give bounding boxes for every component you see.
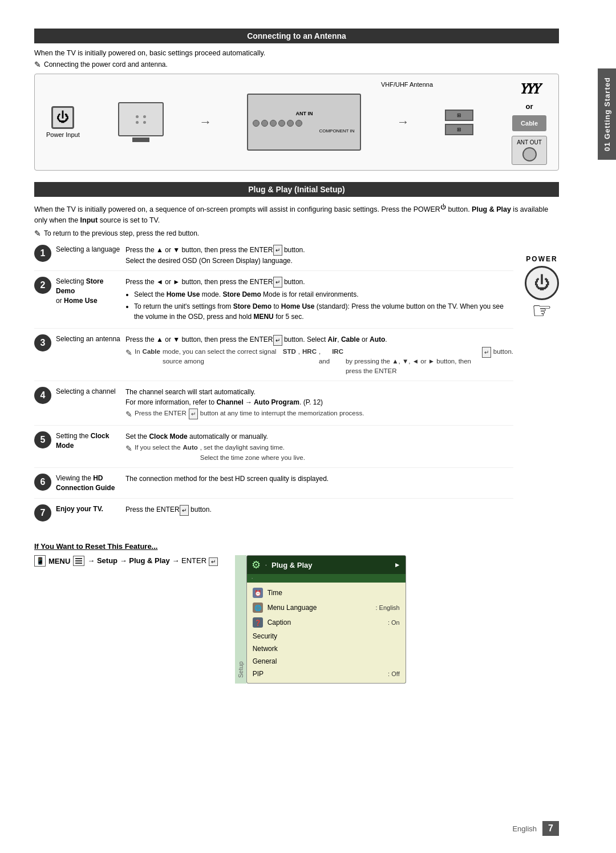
step-label-1: Selecting a language: [51, 244, 125, 256]
cable-connector-2: ⊞: [445, 124, 473, 135]
reset-lower: 📱 MENU → Setup → Plug & Play → ENTER ↵ S…: [34, 555, 559, 684]
cable-label: Cable: [512, 115, 546, 131]
connector-dot: [287, 120, 294, 127]
cable-connectors: ⊞ ⊞: [445, 110, 473, 135]
time-icon: ⏰: [253, 588, 263, 598]
arrow-right-icon: →: [199, 115, 212, 130]
note-icon: ✎: [34, 60, 41, 69]
menu-screenshot: ⚙ · Plug & Play ► · ⏰ Time: [246, 555, 406, 684]
step-desc-4: The channel search will start automatica…: [125, 386, 513, 421]
menu-item-general: General: [247, 655, 406, 668]
step-num-2: 2: [34, 277, 51, 294]
side-tab-label: Getting Started: [603, 77, 611, 139]
menu-item-caption-label: Caption: [268, 618, 383, 626]
reset-section: If You Want to Reset This Feature... 📱 M…: [34, 542, 559, 684]
step-label-2: Selecting Store Demoor Home Use: [51, 276, 125, 306]
reset-title: If You Want to Reset This Feature...: [34, 542, 559, 551]
plug-intro-text: When the TV is initially powered on, a s…: [34, 203, 559, 226]
menu-items-list: ⏰ Time 🌐 Menu Language : English ❓ Capti…: [247, 583, 406, 683]
step-desc-6: The connection method for the best HD sc…: [125, 472, 513, 484]
page-number: 7: [542, 821, 559, 836]
note-icon4: ✎: [125, 409, 132, 421]
menu-item-general-label: General: [253, 657, 400, 665]
antenna-section-header: Connecting to an Antenna: [34, 29, 559, 43]
power-button-icon: ⏻: [525, 266, 559, 300]
menu-item-security: Security: [247, 630, 406, 642]
step-label-3: Selecting an antenna: [51, 333, 125, 345]
menu-item-caption-value: : On: [388, 619, 400, 626]
caption-icon: ❓: [253, 617, 263, 628]
menu-item-language-value: : English: [376, 604, 400, 611]
menu-screenshot-area: Setup ⚙ · Plug & Play ► · ⏰ Time: [235, 555, 406, 684]
step-num-6: 6: [34, 474, 51, 491]
or-text: or: [526, 102, 533, 111]
step-num-7: 7: [34, 504, 51, 521]
plug-note-line: ✎ To return to the previous step, press …: [34, 229, 559, 238]
plug-note-text: To return to the previous step, press th…: [44, 229, 199, 237]
arrow-right-icon2: →: [397, 115, 410, 130]
step-row-3: 3 Selecting an antenna Press the ▲ or ▼ …: [34, 333, 513, 381]
antenna-section: Connecting to an Antenna When the TV is …: [34, 29, 559, 171]
side-tab: 01 Getting Started: [598, 68, 616, 160]
connector-dot: [253, 120, 260, 127]
power-illustration: POWER ⏻ ☞: [525, 244, 559, 531]
step-row-4: 4 Selecting a channel The channel search…: [34, 386, 513, 426]
step-num-3: 3: [34, 334, 51, 351]
ant-out-label: ANT OUT: [517, 139, 542, 145]
step-row-1: 1 Selecting a language Press the ▲ or ▼ …: [34, 244, 513, 271]
plug-play-menu-label: Plug & Play: [271, 561, 313, 569]
power-input-label: Power Input: [46, 131, 80, 138]
step-label-4: Selecting a channel: [51, 386, 125, 398]
remote-icon: 📱: [34, 555, 46, 567]
reset-cmd-text: → Setup → Plug & Play → ENTER ↵: [87, 556, 217, 565]
antenna-intro-text: When the TV is initially powered on, bas…: [34, 49, 559, 57]
note-icon3: ✎: [125, 347, 132, 359]
tv-stand: [132, 138, 149, 142]
reset-command: 📱 MENU → Setup → Plug & Play → ENTER ↵: [34, 555, 218, 567]
vhf-uhf-label: VHF/UHF Antenna: [381, 81, 433, 88]
menu-item-menu-language: 🌐 Menu Language : English: [247, 600, 406, 615]
language-icon: 🌐: [253, 603, 263, 613]
reset-command-area: 📱 MENU → Setup → Plug & Play → ENTER ↵: [34, 555, 218, 575]
step-label-6: Viewing the HDConnection Guide: [51, 472, 125, 494]
ant-in-label: ANT IN: [251, 111, 357, 116]
ant-out-box: ANT OUT: [512, 136, 547, 165]
step-row-2: 2 Selecting Store Demoor Home Use Press …: [34, 276, 513, 329]
side-tab-number: 01: [603, 142, 611, 151]
menu-item-pip: PIP : Off: [247, 668, 406, 680]
step-desc-7: Press the ENTER↵ button.: [125, 503, 513, 515]
note-icon5: ✎: [125, 443, 132, 455]
menu-arrow-right: ►: [394, 561, 401, 569]
finger-icon: ☞: [532, 297, 552, 324]
gear-icon: ⚙: [252, 559, 261, 571]
menu-dot-divider: ·: [247, 574, 406, 583]
power-plug-icon: ⏻: [51, 106, 74, 129]
connector-dot: [295, 120, 302, 127]
antenna-cable-area: VHF/UHF Antenna 𝑌𝑌𝑌 or Cable ANT OUT: [512, 80, 547, 165]
menu-item-time: ⏰ Time: [247, 585, 406, 600]
menu-item-pip-value: : Off: [388, 670, 400, 677]
steps-container: 1 Selecting a language Press the ▲ or ▼ …: [34, 244, 559, 531]
tv-body: [118, 102, 164, 136]
main-content: Connecting to an Antenna When the TV is …: [0, 0, 593, 853]
step-desc-1: Press the ▲ or ▼ button, then press the …: [125, 244, 513, 266]
power-input-area: ⏻ Power Input: [46, 106, 80, 138]
page-footer: English 7: [512, 821, 559, 836]
plug-play-dot: ·: [265, 561, 267, 569]
step-label-7: Enjoy your TV.: [51, 503, 125, 515]
page-wrapper: 01 Getting Started Connecting to an Ante…: [0, 0, 616, 853]
step-desc-2: Press the ◄ or ► button, then press the …: [125, 276, 513, 324]
ant-out-connector: [522, 147, 537, 161]
back-panel-connectors: [251, 118, 357, 128]
plug-play-header: Plug & Play (Initial Setup): [34, 182, 559, 197]
menu-item-time-label: Time: [268, 589, 400, 597]
steps-table: 1 Selecting a language Press the ▲ or ▼ …: [34, 244, 513, 531]
step-desc-5: Set the Clock Mode automatically or manu…: [125, 430, 513, 463]
plug-play-section: Plug & Play (Initial Setup) When the TV …: [34, 182, 559, 531]
step-label-5: Setting the ClockMode: [51, 430, 125, 452]
setup-side-label: Setup: [235, 555, 246, 684]
antenna-diagram: ⏻ Power Input: [34, 74, 559, 171]
menu-text: MENU: [48, 557, 70, 565]
power-label: POWER: [526, 255, 557, 263]
step-num-1: 1: [34, 245, 51, 262]
